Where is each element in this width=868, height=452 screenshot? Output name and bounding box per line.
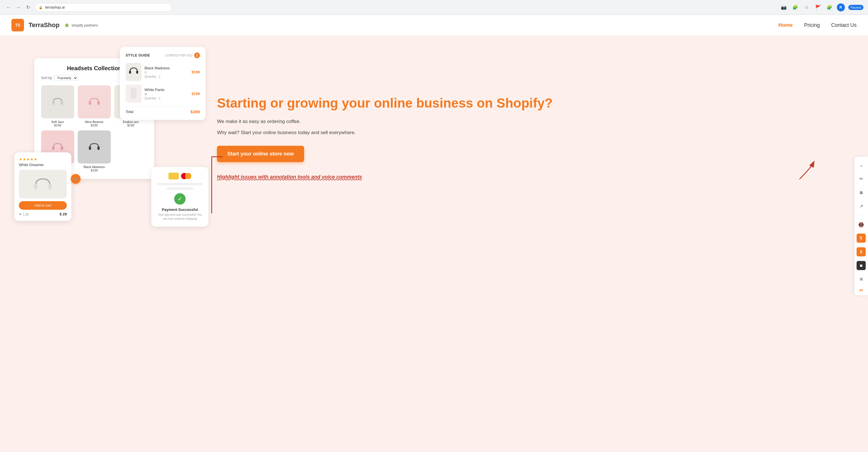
cursor-button[interactable]: ↗ — [857, 201, 866, 211]
sg-badge: 2 — [194, 53, 200, 58]
product-stars: ★★★★★ — [19, 157, 67, 162]
headphone-svg — [87, 96, 101, 107]
sort-select[interactable]: Popularity — [54, 75, 78, 81]
svg-rect-12 — [129, 71, 131, 74]
star-button[interactable]: ☆ — [803, 3, 811, 11]
website: TS TerraShop shopify partners Home Prici… — [0, 15, 868, 452]
sg-item-price: $199 — [192, 70, 200, 74]
payment-desc: Your payment was successful! You can now… — [157, 213, 203, 221]
svg-rect-2 — [89, 101, 91, 105]
headset-image — [41, 85, 74, 119]
svg-rect-6 — [52, 147, 55, 150]
style-guide-card: STYLE GUIDE CURATED FOR YOU 2 — [120, 47, 206, 120]
page-number-badge: 84 — [860, 289, 863, 292]
sg-divider — [126, 106, 200, 106]
style-guide-header: STYLE GUIDE CURATED FOR YOU 2 — [126, 53, 200, 58]
annotation-text: Highlight issues with annotation tools a… — [217, 173, 851, 181]
headset-name: Soft Jazz — [41, 120, 74, 124]
address-bar[interactable]: 🔒 terrashop.ai — [35, 3, 172, 12]
browser-nav: ← → ↻ — [5, 3, 32, 11]
headset-name: Black Madness — [78, 165, 111, 169]
add-to-cart-button[interactable]: Add to cart — [19, 201, 67, 210]
extensions-button[interactable]: 🧩 — [791, 3, 799, 11]
sort-label: Sort by — [41, 76, 52, 80]
sg-item-image — [126, 63, 142, 81]
lock-icon: 🔒 — [38, 5, 43, 9]
payment-bar-full — [157, 183, 203, 185]
text-button[interactable]: a — [857, 188, 866, 197]
svg-rect-13 — [136, 71, 138, 74]
headset-name: Alice Beamer — [78, 120, 111, 124]
headset-image — [78, 130, 111, 163]
sg-item-info-2: White Pants M Quantity : 1 — [145, 88, 189, 100]
product-headphone-svg — [31, 175, 54, 193]
annotation-arrow-svg — [794, 159, 816, 182]
payment-icons — [157, 173, 203, 180]
close-toolbar-button[interactable]: ✕ — [857, 275, 866, 284]
cast-button[interactable]: 📷 — [780, 3, 788, 11]
stop-button[interactable]: ■ — [857, 261, 866, 270]
sg-item-sub: S — [145, 71, 189, 74]
hero-content: Starting or growing your online business… — [200, 96, 851, 180]
sg-total-price: $398 — [190, 109, 200, 114]
profile-badge[interactable]: R — [837, 3, 845, 11]
puzzle-button[interactable]: 🧩 — [826, 3, 833, 11]
payment-bar-short — [166, 188, 194, 190]
cc-yellow — [168, 173, 179, 180]
product-image — [19, 170, 67, 198]
url-text: terrashop.ai — [45, 5, 65, 9]
cta-button[interactable]: Start your online store now — [217, 146, 304, 162]
product-name: White Dreamer — [19, 163, 67, 167]
red-bar-top — [211, 156, 223, 157]
sg-total-label: Total — [126, 109, 133, 114]
svg-rect-3 — [97, 101, 100, 105]
paused-badge: Paused — [848, 5, 863, 10]
cc-mastercard — [181, 173, 191, 180]
nav-contact[interactable]: Contact Us — [831, 22, 857, 28]
sg-item-name-2: White Pants — [145, 88, 189, 92]
headset-price: $199 — [78, 169, 111, 172]
logo-area: TS TerraShop shopify partners — [11, 19, 98, 31]
annotation-arrow — [794, 159, 816, 183]
product-card: ★★★★★ White Dreamer Add to cart 👁 1,2k $… — [14, 152, 71, 221]
nav-pricing[interactable]: Pricing — [804, 22, 820, 28]
chevron-up-button[interactable]: ⌄ — [857, 160, 866, 169]
svg-rect-11 — [48, 184, 52, 189]
back-button[interactable]: ← — [5, 3, 12, 11]
headphone-svg — [51, 96, 65, 107]
sg-pants-svg — [130, 88, 137, 99]
flag-button[interactable]: 🚩 — [814, 3, 822, 11]
headset-price: $199 — [41, 124, 74, 127]
pause-button[interactable]: ⏸ — [857, 248, 866, 257]
svg-rect-10 — [34, 184, 37, 189]
site-header: TS TerraShop shopify partners Home Prici… — [0, 15, 868, 35]
sg-headphone-svg — [128, 66, 139, 78]
svg-rect-1 — [61, 101, 63, 105]
shopify-icon — [64, 22, 70, 28]
sg-item-1: Black Madness S Quantity : 1 $199 — [126, 63, 200, 81]
toolbar-divider — [858, 215, 865, 216]
pencil-button[interactable]: ✏ — [857, 174, 866, 183]
browser-actions: 📷 🧩 ☆ 🚩 🧩 R Paused — [780, 3, 863, 11]
headset-price: $199 — [78, 124, 111, 127]
sg-item-2: White Pants M Quantity : 1 $199 — [126, 85, 200, 103]
shopify-label: shopify partners — [71, 23, 98, 27]
forward-button[interactable]: → — [14, 3, 22, 11]
shopify-badge: shopify partners — [64, 22, 98, 28]
sg-item-image-2 — [126, 85, 142, 103]
product-meta: 👁 1,2k $ 29 — [19, 212, 67, 216]
camera-off-button[interactable]: 📵 — [857, 220, 866, 229]
svg-rect-0 — [52, 101, 55, 105]
sg-item-qty-2: Quantity : 1 — [145, 96, 189, 100]
sg-item-name: Black Madness — [145, 66, 189, 70]
annotation-area: Highlight issues with annotation tools a… — [217, 173, 851, 181]
headset-image — [78, 85, 111, 119]
nav-home[interactable]: Home — [778, 22, 793, 28]
cart-fab[interactable]: 🛒 — [71, 174, 81, 184]
sg-total-row: Total $398 — [126, 109, 200, 114]
logo-name: TerraShop — [29, 22, 59, 29]
red-bar — [211, 156, 212, 214]
headset-item: Black Madness $199 — [78, 130, 111, 172]
reload-button[interactable]: ↻ — [24, 3, 32, 11]
mic-button[interactable]: 🎙 — [857, 234, 866, 243]
